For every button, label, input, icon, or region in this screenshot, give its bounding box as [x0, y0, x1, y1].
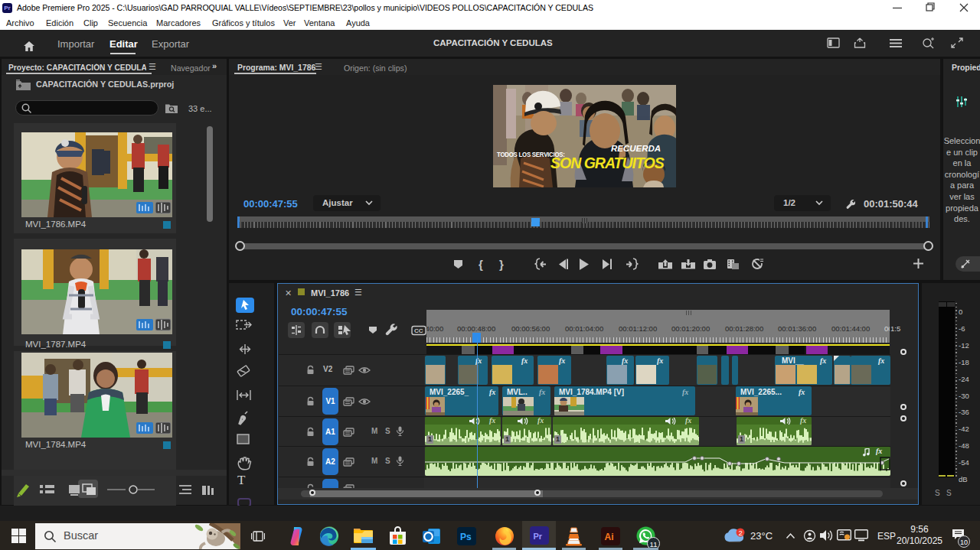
svg-text:}: }: [499, 258, 504, 271]
svg-text:SON GRATUITOS: SON GRATUITOS: [550, 155, 665, 171]
svg-text:RECUERDA: RECUERDA: [611, 144, 661, 153]
svg-text:Ai: Ai: [605, 532, 614, 542]
svg-text:2: 2: [739, 529, 743, 537]
svg-text:Pr: Pr: [534, 532, 543, 541]
svg-text:CC: CC: [414, 327, 423, 334]
svg-text:{: {: [479, 258, 483, 271]
svg-text:Ps: Ps: [460, 532, 472, 542]
